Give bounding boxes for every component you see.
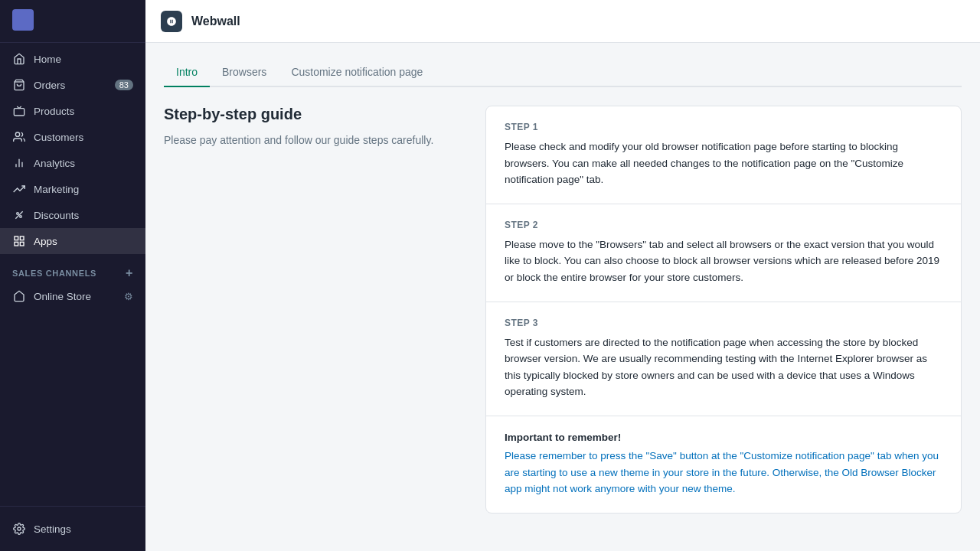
sidebar-item-customers[interactable]: Customers — [0, 124, 145, 150]
sidebar-bottom: Settings — [0, 506, 145, 551]
step-block-step2: STEP 2 Please move to the "Browsers" tab… — [486, 204, 961, 302]
guide-title: Step-by-step guide — [164, 106, 467, 123]
marketing-icon — [12, 182, 26, 196]
guide-subtitle: Please pay attention and follow our guid… — [164, 132, 467, 148]
svg-point-2 — [15, 132, 19, 136]
sidebar-item-analytics[interactable]: Analytics — [0, 150, 145, 176]
svg-point-13 — [18, 527, 21, 530]
svg-point-7 — [20, 216, 22, 218]
app-icon — [161, 11, 182, 32]
step-text-step2: Please move to the "Browsers" tab and se… — [505, 236, 942, 286]
sidebar-item-home[interactable]: Home — [0, 46, 145, 72]
sidebar-item-label: Analytics — [34, 158, 75, 169]
important-label: Important to remember! — [505, 432, 942, 443]
sidebar-item-label: Orders — [34, 80, 65, 91]
sidebar-item-discounts[interactable]: Discounts — [0, 202, 145, 228]
sidebar-logo — [0, 0, 145, 43]
sidebar-item-orders[interactable]: Orders 83 — [0, 72, 145, 98]
important-text: Please remember to press the "Save" butt… — [505, 448, 942, 497]
sales-channel-label: Online Store — [34, 291, 91, 302]
step-number-step3: STEP 3 — [505, 318, 942, 328]
tabs-bar: IntroBrowsersCustomize notification page — [164, 58, 962, 87]
sidebar-item-settings[interactable]: Settings — [0, 516, 145, 542]
orders-icon — [12, 78, 26, 92]
step-block-important: Important to remember! Please remember t… — [486, 416, 961, 513]
sidebar-item-label: Home — [34, 54, 61, 65]
topbar: Webwall — [145, 0, 980, 43]
app-title: Webwall — [191, 15, 240, 28]
products-icon — [12, 104, 26, 118]
main-content: Webwall IntroBrowsersCustomize notificat… — [145, 0, 980, 551]
sidebar-navigation: Home Orders 83 Products Customers Analyt… — [0, 43, 145, 506]
step-block-step3: STEP 3 Test if customers are directed to… — [486, 302, 961, 416]
sidebar: Home Orders 83 Products Customers Analyt… — [0, 0, 145, 551]
discounts-icon — [12, 208, 26, 222]
tab-intro[interactable]: Intro — [164, 58, 210, 87]
shopify-logo-box — [12, 9, 34, 31]
sidebar-item-label: Customers — [34, 132, 83, 143]
step-text-step3: Test if customers are directed to the no… — [505, 334, 942, 400]
settings-label: Settings — [34, 523, 71, 535]
sidebar-item-label: Marketing — [34, 184, 79, 195]
sidebar-item-label: Apps — [34, 236, 57, 247]
orders-badge: 83 — [115, 80, 133, 90]
tab-customize[interactable]: Customize notification page — [279, 58, 435, 87]
svg-rect-9 — [15, 236, 18, 240]
left-column: Step-by-step guide Please pay attention … — [164, 106, 467, 514]
svg-rect-12 — [20, 242, 24, 246]
add-sales-channel-icon[interactable]: + — [126, 266, 133, 280]
step-block-step1: STEP 1 Please check and modify your old … — [486, 106, 961, 204]
step-number-step2: STEP 2 — [505, 220, 942, 230]
svg-point-6 — [17, 213, 19, 215]
apps-icon — [12, 234, 26, 248]
sidebar-item-label: Products — [34, 106, 74, 117]
steps-card: STEP 1 Please check and modify your old … — [485, 106, 962, 514]
settings-icon — [12, 522, 26, 536]
sidebar-item-apps[interactable]: Apps — [0, 228, 145, 254]
two-column-layout: Step-by-step guide Please pay attention … — [164, 106, 962, 514]
analytics-icon — [12, 156, 26, 170]
store-icon — [12, 289, 26, 303]
sidebar-item-marketing[interactable]: Marketing — [0, 176, 145, 202]
home-icon — [12, 52, 26, 66]
sidebar-item-online-store[interactable]: Online Store ⚙ — [0, 283, 145, 309]
sidebar-item-label: Discounts — [34, 210, 79, 221]
right-column: STEP 1 Please check and modify your old … — [485, 106, 962, 514]
svg-rect-10 — [20, 236, 24, 240]
sidebar-item-products[interactable]: Products — [0, 98, 145, 124]
content-area: IntroBrowsersCustomize notification page… — [145, 43, 980, 551]
svg-rect-11 — [15, 242, 18, 246]
sales-channels-section-label: SALES CHANNELS + — [0, 254, 145, 283]
svg-rect-1 — [14, 109, 24, 116]
step-number-step1: STEP 1 — [505, 122, 942, 132]
online-store-settings-icon[interactable]: ⚙ — [124, 291, 133, 302]
tab-browsers[interactable]: Browsers — [210, 58, 279, 87]
step-text-step1: Please check and modify your old browser… — [505, 139, 942, 188]
customers-icon — [12, 130, 26, 144]
